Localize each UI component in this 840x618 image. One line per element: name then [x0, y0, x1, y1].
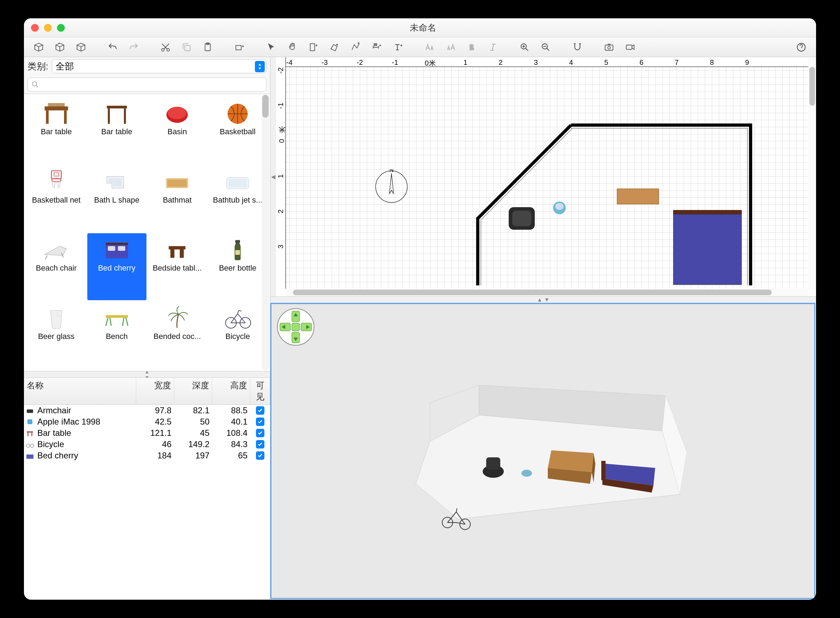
catalog-item-bed-cherry[interactable]: Bed cherry	[87, 233, 147, 300]
svg-point-46	[30, 444, 34, 447]
horizontal-splitter[interactable]: ▲ ▼	[270, 297, 816, 303]
plan-grid[interactable]: N	[286, 67, 808, 288]
table-row[interactable]: Armchair97.882.188.5	[24, 405, 270, 416]
3d-navpad[interactable]	[276, 308, 315, 346]
decrease-text-button[interactable]	[440, 40, 461, 54]
svg-point-45	[27, 444, 30, 447]
create-walls-tool[interactable]	[303, 40, 324, 54]
create-polyline-tool[interactable]	[345, 40, 366, 54]
horizontal-ruler: -4-3-2-10米123456789	[286, 57, 808, 67]
cell-width: 184	[136, 451, 174, 461]
catalog-item-beer-glass[interactable]: Beer glass	[27, 302, 86, 368]
svg-rect-14	[45, 106, 68, 110]
add-furniture-button[interactable]	[229, 40, 250, 54]
vertical-splitter[interactable]: ▲▼	[24, 371, 270, 378]
scrollbar-thumb[interactable]	[262, 95, 269, 118]
furn-bed[interactable]	[673, 210, 742, 288]
checkbox-checked-icon[interactable]	[256, 440, 264, 449]
catalog-item-bicycle[interactable]: Bicycle	[208, 302, 267, 368]
catalog-item-beach-chair[interactable]: Beach chair	[27, 233, 86, 300]
italic-button[interactable]	[482, 40, 504, 54]
search-input[interactable]	[27, 77, 267, 92]
checkbox-checked-icon[interactable]	[256, 429, 264, 437]
catalog-item-bedside-table[interactable]: Bedside tabl...	[148, 233, 207, 300]
save-button[interactable]	[70, 40, 92, 54]
ruler-tick: 2	[499, 58, 502, 67]
col-depth[interactable]: 深度	[174, 378, 212, 404]
bar-table-2-icon	[101, 99, 133, 127]
catalog-item-basin[interactable]: Basin	[148, 97, 207, 164]
col-height[interactable]: 高度	[212, 378, 250, 404]
furniture-catalog[interactable]: Bar tableBar tableBasinBasketballBasketb…	[24, 94, 270, 371]
create-dimension-tool[interactable]	[366, 40, 387, 54]
increase-text-button[interactable]	[419, 40, 440, 54]
beer-bottle-icon	[222, 235, 253, 264]
category-select[interactable]: 全部	[52, 59, 267, 73]
catalog-item-bathtub-jet[interactable]: Bathtub jet s...	[208, 165, 267, 232]
3d-view[interactable]	[270, 303, 815, 599]
pan-tool[interactable]	[281, 40, 303, 54]
cell-visible[interactable]	[250, 417, 270, 427]
checkbox-checked-icon[interactable]	[256, 406, 264, 415]
search-icon	[31, 80, 39, 90]
furn-imac[interactable]	[552, 197, 567, 215]
catalog-item-label: Bar table	[41, 127, 72, 136]
checkbox-checked-icon[interactable]	[256, 417, 264, 426]
furn-bartable[interactable]	[617, 189, 659, 204]
cell-visible[interactable]	[250, 451, 270, 461]
new-button[interactable]	[28, 40, 49, 54]
svg-text:N: N	[390, 169, 394, 173]
cell-visible[interactable]	[250, 406, 270, 415]
paste-button[interactable]	[197, 40, 218, 54]
catalog-item-bar-table-2[interactable]: Bar table	[87, 97, 147, 164]
basketball-icon	[222, 99, 253, 127]
help-button[interactable]	[791, 40, 812, 54]
col-visible[interactable]: 可见	[250, 378, 270, 404]
cut-button[interactable]	[155, 40, 176, 54]
table-row[interactable]: Bed cherry18419765	[24, 450, 270, 461]
snap-button[interactable]	[567, 40, 588, 54]
catalog-item-beer-bottle[interactable]: Beer bottle	[208, 233, 267, 300]
zoom-out-button[interactable]	[535, 40, 556, 54]
catalog-item-basketball[interactable]: Basketball	[208, 97, 267, 164]
catalog-item-bath-l-shape[interactable]: Bath L shape	[87, 165, 147, 232]
plan-hscrollbar[interactable]	[286, 288, 808, 296]
bold-button[interactable]	[461, 40, 482, 54]
plan-vscrollbar[interactable]	[808, 57, 816, 288]
create-text-tool[interactable]	[387, 40, 408, 54]
catalog-item-bathmat[interactable]: Bathmat	[148, 165, 207, 232]
table-row[interactable]: Bicycle46149.284.3	[24, 439, 270, 450]
svg-rect-2	[185, 45, 190, 51]
svg-rect-51	[512, 211, 531, 226]
table-body[interactable]: Armchair97.882.188.5Apple iMac 199842.55…	[24, 405, 270, 600]
cell-visible[interactable]	[250, 428, 270, 438]
checkbox-checked-icon[interactable]	[256, 452, 264, 460]
select-tool[interactable]	[261, 40, 281, 54]
zoom-in-button[interactable]	[514, 40, 535, 54]
catalog-scrollbar[interactable]	[262, 95, 269, 370]
scrollbar-thumb[interactable]	[809, 67, 815, 106]
table-row[interactable]: Apple iMac 199842.55040.1	[24, 416, 270, 427]
cell-visible[interactable]	[250, 439, 270, 449]
catalog-item-bar-table-1[interactable]: Bar table	[27, 97, 86, 164]
plan-view[interactable]: -4-3-2-10米123456789 -2-10米123 N	[276, 57, 816, 296]
create-room-tool[interactable]	[324, 40, 345, 54]
scrollbar-thumb[interactable]	[293, 290, 772, 295]
redo-button[interactable]	[123, 40, 144, 54]
furn-armchair[interactable]	[506, 204, 538, 233]
plan-row: ◀ -4-3-2-10米123456789 -2-10米123 N	[270, 57, 816, 297]
copy-button[interactable]	[176, 40, 197, 54]
collapse-handle[interactable]: ◀	[270, 57, 276, 296]
video-button[interactable]	[619, 40, 641, 54]
open-button[interactable]	[49, 40, 70, 54]
undo-button[interactable]	[102, 40, 123, 54]
cell-height: 40.1	[212, 417, 250, 427]
catalog-item-bended-coc[interactable]: Bended coc...	[148, 302, 207, 368]
table-row[interactable]: Bar table121.145108.4	[24, 427, 270, 439]
col-width[interactable]: 宽度	[136, 378, 174, 404]
catalog-item-basketball-net[interactable]: Basketball net	[27, 165, 86, 232]
col-name[interactable]: 名称	[24, 378, 136, 404]
bathtub-jet-icon	[222, 167, 253, 196]
photo-button[interactable]	[599, 40, 619, 54]
catalog-item-bench[interactable]: Bench	[87, 302, 147, 368]
